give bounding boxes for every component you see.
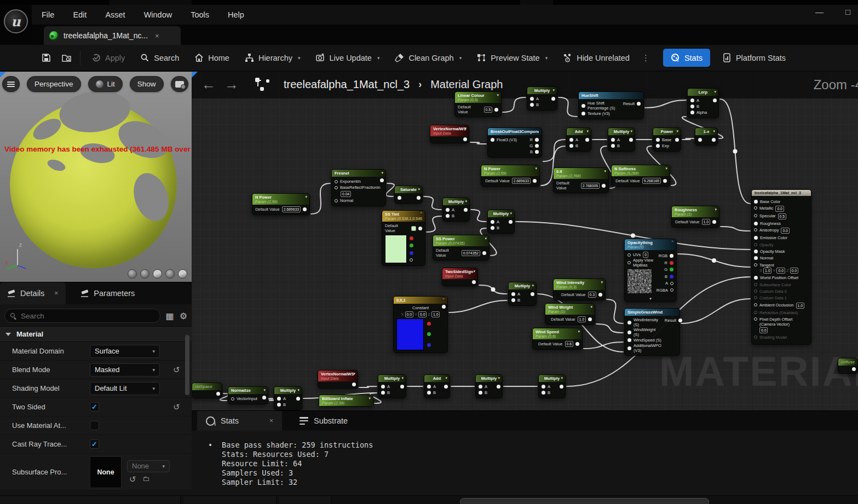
- pin[interactable]: [670, 275, 673, 279]
- maximize-button[interactable]: □: [845, 7, 850, 16]
- preview-custom-mesh-icon[interactable]: [178, 269, 187, 279]
- reset-property-icon[interactable]: ↺: [173, 402, 180, 412]
- pin[interactable]: [754, 283, 757, 286]
- stats-toggle-button[interactable]: i Stats: [663, 49, 710, 67]
- pin[interactable]: [690, 99, 694, 102]
- perspective-button[interactable]: Perspective: [27, 76, 81, 92]
- use-selected-icon[interactable]: ↺: [129, 474, 136, 484]
- unreal-logo-icon[interactable]: u: [4, 9, 28, 33]
- pin[interactable]: [535, 138, 539, 142]
- color-preview[interactable]: [385, 235, 407, 263]
- pin[interactable]: [427, 391, 431, 395]
- pin[interactable]: [754, 200, 758, 204]
- search-button[interactable]: Search: [133, 49, 187, 67]
- pin[interactable]: [535, 144, 539, 148]
- value-box[interactable]: 0.5: [484, 107, 492, 113]
- output-pin[interactable]: [551, 97, 555, 101]
- output-pin[interactable]: [463, 137, 467, 141]
- pin[interactable]: [627, 321, 631, 325]
- pin[interactable]: [427, 343, 431, 347]
- value-box[interactable]: 2.768005: [581, 183, 600, 189]
- graph-node-windSpeed[interactable]: Wind SpeedParam (0,6)▾Default Value0.6: [532, 328, 583, 350]
- property-dropdown[interactable]: Default Lit▾: [90, 382, 160, 395]
- menu-file[interactable]: File: [42, 10, 54, 19]
- graph-node-nPowerLeft[interactable]: N PowerParam (2,69)▾Default Value2.68963…: [252, 193, 310, 215]
- pin[interactable]: [602, 184, 606, 188]
- save-button[interactable]: [36, 49, 56, 67]
- pin[interactable]: [627, 338, 631, 342]
- color-swatch[interactable]: [411, 226, 416, 231]
- graph-node-roughness[interactable]: RoughnessParam (1)▾Default Value1.0: [671, 206, 719, 228]
- pin[interactable]: [427, 322, 431, 326]
- output-pin[interactable]: [444, 385, 448, 389]
- graph-node-ssTint[interactable]: SS TintParam (0.538,1,0.546,1)⌃ Default …: [382, 210, 425, 266]
- menu-asset[interactable]: Asset: [105, 10, 125, 19]
- menu-window[interactable]: Window: [144, 10, 172, 19]
- tab-close-icon[interactable]: ×: [155, 32, 159, 40]
- texture-preview[interactable]: [627, 269, 652, 293]
- graph-node-nPower2[interactable]: N PowerParam (2,69)▾Default Value2.68963…: [481, 165, 540, 187]
- pin[interactable]: [575, 342, 579, 346]
- graph-node-breakout[interactable]: BreakOutFloat3ComponentsFloat3 (V3)RGB: [487, 128, 542, 158]
- pin[interactable]: [581, 112, 585, 115]
- graph-node-power[interactable]: Power▾BaseExp: [653, 128, 681, 152]
- value-box[interactable]: 0.5: [778, 213, 786, 219]
- pin[interactable]: [627, 346, 631, 350]
- graph-node-p09[interactable]: 0.9Param (2,768)▾Default Value2.768005: [553, 167, 609, 193]
- graph-node-fresnel[interactable]: Fresnel▾ExponentInBaseReflectFractionIn0…: [331, 169, 386, 206]
- output-pin[interactable]: [852, 367, 856, 371]
- output-pin[interactable]: [352, 383, 356, 386]
- graph-node-ssPower[interactable]: SS PowerParam (0,07435)▾Default Value0.0…: [433, 235, 490, 260]
- details-tab-close-icon[interactable]: ×: [54, 289, 58, 297]
- value-box[interactable]: 0.3: [588, 292, 596, 298]
- pin[interactable]: [754, 243, 757, 246]
- pin[interactable]: [754, 256, 758, 260]
- pin[interactable]: [335, 186, 338, 189]
- pin[interactable]: [410, 251, 413, 255]
- output-pin[interactable]: [585, 138, 589, 142]
- hide-unrelated-button[interactable]: Hide Unrelated: [555, 49, 637, 67]
- pin[interactable]: [482, 251, 486, 255]
- pin[interactable]: [542, 391, 545, 395]
- pin[interactable]: [754, 228, 757, 231]
- pin[interactable]: [479, 385, 482, 389]
- menu-help[interactable]: Help: [228, 10, 244, 19]
- value-box[interactable]: 0.6: [565, 341, 573, 347]
- property-checkbox[interactable]: ✓: [90, 439, 99, 449]
- output-pin[interactable]: [531, 292, 534, 296]
- horizontal-scrollbar[interactable]: [460, 498, 709, 504]
- pin[interactable]: [491, 220, 494, 224]
- graph-node-const001[interactable]: 0,0,1⌃ Constant X0.0Y0.0Z1.0: [393, 296, 448, 353]
- graph-node-add2[interactable]: Add▾AB: [424, 374, 450, 398]
- value-box[interactable]: 0.0: [790, 268, 798, 274]
- minimize-button[interactable]: —: [815, 7, 824, 16]
- value-box[interactable]: 1.0: [763, 268, 771, 274]
- pin[interactable]: [754, 303, 757, 306]
- pin[interactable]: [670, 282, 673, 285]
- pin[interactable]: [446, 214, 450, 218]
- pin[interactable]: [569, 144, 573, 148]
- graph-node-add1[interactable]: Add▾AB: [566, 128, 591, 152]
- output-pin[interactable]: [400, 385, 404, 389]
- value-box[interactable]: 2.689633: [282, 206, 301, 212]
- pin[interactable]: [410, 244, 413, 247]
- browse-button[interactable]: [56, 49, 77, 67]
- graph-node-worldSpacePartial[interactable]: rldSpace: [192, 383, 222, 398]
- pin[interactable]: [446, 208, 450, 212]
- lit-mode-button[interactable]: Lit: [88, 76, 123, 92]
- graph-node-hueShift[interactable]: HueShiftHue Shift Percentage (S)Texture …: [578, 91, 644, 119]
- pin[interactable]: [754, 250, 758, 253]
- graph-node-multiply8[interactable]: Multiply▾AB: [538, 374, 566, 398]
- pin[interactable]: [670, 268, 673, 271]
- value-box[interactable]: 0.074352: [462, 250, 480, 256]
- pin[interactable]: [491, 226, 494, 230]
- color-preview[interactable]: [396, 318, 424, 350]
- value-box[interactable]: 1.0: [796, 303, 804, 309]
- viewport-menu-button[interactable]: [2, 76, 20, 92]
- output-pin[interactable]: [629, 138, 633, 142]
- preview-state-button[interactable]: Preview State▾: [469, 49, 555, 67]
- details-scrollbar[interactable]: [185, 335, 189, 395]
- pin[interactable]: [663, 179, 667, 183]
- pin[interactable]: [303, 207, 307, 211]
- pin[interactable]: [627, 331, 631, 334]
